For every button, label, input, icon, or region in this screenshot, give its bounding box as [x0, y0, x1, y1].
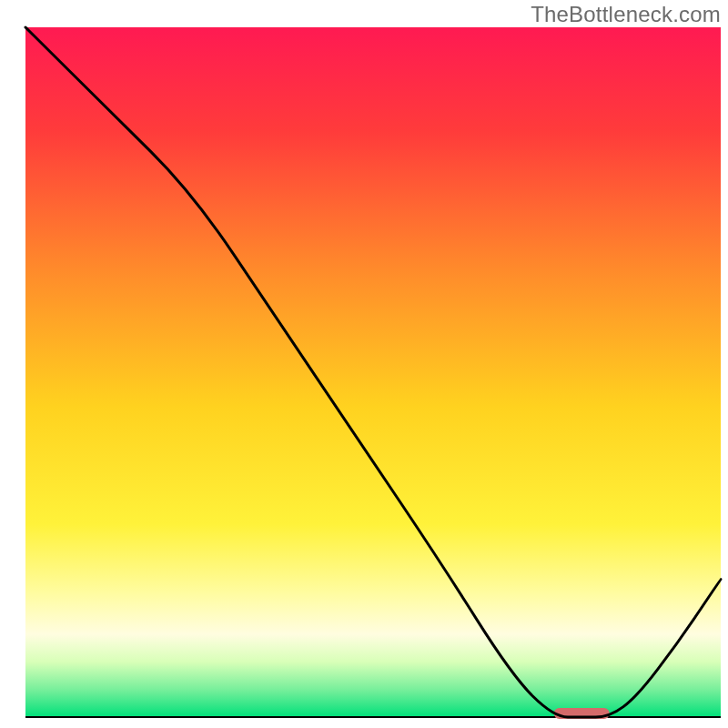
bottleneck-chart-svg	[0, 0, 728, 728]
chart-container: TheBottleneck.com	[0, 0, 728, 728]
watermark-text: TheBottleneck.com	[531, 2, 721, 27]
